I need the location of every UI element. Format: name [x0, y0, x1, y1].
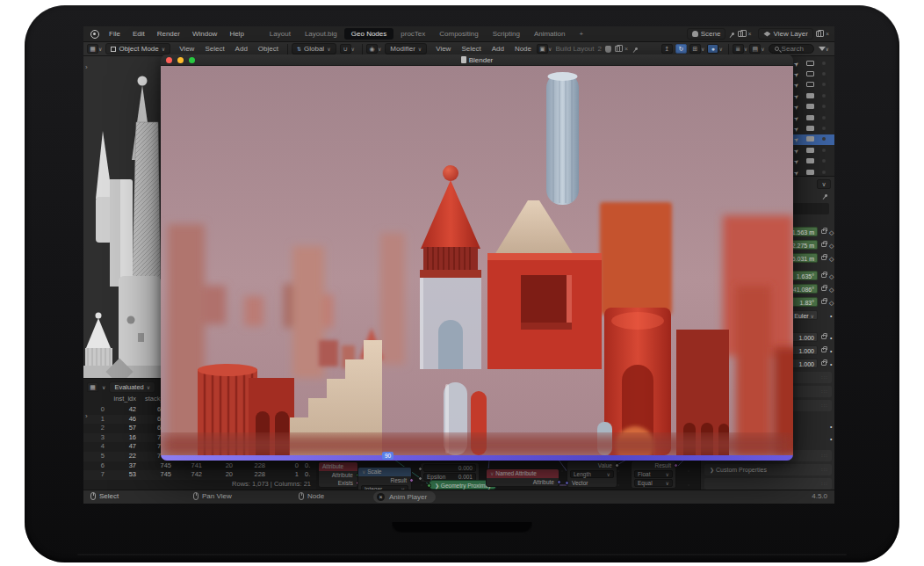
spreadsheet-expand-chevron[interactable]: › [85, 412, 88, 420]
viewport-visibility-icon[interactable] [806, 170, 814, 175]
node-group-pin-icon[interactable] [634, 47, 638, 50]
menu-file[interactable]: File [103, 30, 126, 38]
modifier-selector[interactable]: Modifier∨ [385, 43, 427, 54]
properties-filter-dropdown[interactable]: ∨ [817, 179, 831, 189]
column-header-inst-idx[interactable]: inst_idx [83, 395, 136, 403]
keyframe-icon[interactable]: ◇ [829, 253, 834, 265]
node-menu-select[interactable]: Select [456, 45, 486, 53]
scene-selector[interactable]: Scene [687, 28, 726, 40]
node-snapping-icon[interactable]: ⊞ [689, 44, 701, 54]
viewport-visibility-icon[interactable] [806, 82, 814, 87]
anim-player-button[interactable]: × Anim Player [373, 491, 436, 503]
parent-node-tree-icon[interactable]: ↥ [661, 44, 673, 54]
outliner-filter-icon[interactable] [819, 47, 826, 51]
lock-icon[interactable] [821, 335, 827, 339]
viewport-visibility-icon[interactable] [806, 148, 814, 153]
viewport-visibility-icon[interactable] [806, 104, 814, 109]
view-layer-selector[interactable]: View Layer [758, 28, 812, 40]
compare-type-dropdown[interactable]: Float∨ [634, 470, 673, 478]
node-scale[interactable]: ∨ Scale Result Integer∨ [357, 467, 412, 490]
selectable-toggle-icon[interactable]: ➤ [792, 70, 801, 79]
viewport-menu-select[interactable]: Select [199, 45, 229, 53]
node-menu-view[interactable]: View [430, 45, 456, 53]
playback-progress-bar[interactable] [161, 455, 793, 461]
socket-value-in[interactable] [418, 467, 422, 471]
custom-properties-panel[interactable]: ❯ Custom Properties::: [704, 464, 832, 475]
node-compare[interactable]: Result Float∨ Equal∨ [631, 461, 676, 489]
lock-icon[interactable] [821, 287, 827, 291]
selectable-toggle-icon[interactable]: ➤ [792, 147, 801, 156]
selectable-toggle-icon[interactable]: ➤ [792, 60, 801, 69]
workspace-tab-layout-big[interactable]: Layout.big [298, 28, 344, 40]
keyframe-icon[interactable]: ◇ [829, 297, 834, 308]
render-window-titlebar[interactable]: Blender [161, 54, 793, 66]
selectable-toggle-icon[interactable]: ➤ [792, 169, 801, 176]
menu-help[interactable]: Help [223, 30, 249, 38]
animate-dot[interactable]: • [830, 359, 832, 370]
workspace-tab-animation[interactable]: Animation [527, 28, 573, 40]
value-field[interactable]: 0.000 [423, 464, 476, 472]
node-named-attribute[interactable]: ∨ Named Attribute Attribute [486, 468, 559, 487]
lock-icon[interactable] [821, 361, 827, 366]
menu-window[interactable]: Window [186, 30, 223, 38]
overlay-sphere-icon[interactable]: ● [707, 44, 718, 54]
node-title[interactable]: Attribute [319, 462, 357, 471]
spreadsheet-editor-icon[interactable]: ▦ [87, 382, 98, 392]
properties-pin-icon[interactable] [824, 193, 827, 197]
workspace-tab-proctex[interactable]: procTex [393, 28, 432, 40]
lock-icon[interactable] [821, 348, 827, 352]
table-row[interactable]: 6377457412022800. [83, 461, 316, 471]
vector-math-operation-dropdown[interactable]: Length∨ [570, 470, 614, 478]
workspace-tab-geo-nodes[interactable]: Geo Nodes [344, 28, 393, 40]
viewport-visibility-icon[interactable] [806, 136, 814, 142]
current-frame-indicator[interactable]: 90 [382, 452, 393, 460]
menu-render[interactable]: Render [151, 30, 186, 38]
animate-dot[interactable]: • [830, 332, 832, 344]
viewport-visibility-icon[interactable] [806, 158, 814, 163]
node-group-copy-icon[interactable] [615, 46, 620, 52]
collapsed-panel[interactable]: ::: [704, 478, 832, 490]
socket-vector-in[interactable] [565, 481, 569, 485]
outliner-editor-icon[interactable]: ▤ [749, 44, 761, 54]
lock-icon[interactable] [821, 273, 827, 278]
socket-result[interactable] [409, 478, 414, 483]
animate-dot[interactable]: • [830, 345, 832, 357]
viewport-menu-add[interactable]: Add [230, 45, 253, 53]
render-window[interactable]: Blender [161, 54, 793, 461]
node-title[interactable]: ∨ Scale [358, 468, 411, 476]
fake-user-shield-icon[interactable] [605, 46, 611, 53]
keyframe-icon[interactable]: ◇ [829, 227, 834, 238]
viewport-menu-object[interactable]: Object [253, 45, 284, 53]
node-group-user-count[interactable]: 2 [597, 45, 601, 53]
outliner-search-input[interactable]: Search [769, 44, 814, 54]
node-group-unlink-icon[interactable]: × [624, 46, 628, 52]
selectable-toggle-icon[interactable]: ➤ [792, 157, 801, 166]
outliner-display-mode-icon[interactable]: ≣ [733, 44, 744, 54]
node-editor-type-icon[interactable]: ◉ [366, 44, 378, 54]
node-group-name[interactable]: Build Layout [555, 45, 594, 53]
workspace-tab-layout[interactable]: Layout [263, 28, 298, 40]
lock-icon[interactable] [821, 229, 827, 234]
node-attribute-left[interactable]: Attribute Attribute Exists [318, 461, 358, 488]
scene-unlink-icon[interactable]: × [747, 31, 751, 37]
node-group-icon[interactable]: ▣ [537, 44, 548, 54]
lock-icon[interactable] [821, 243, 827, 247]
table-row[interactable]: 7537457422022810. [83, 470, 316, 480]
lock-icon[interactable] [821, 256, 827, 260]
dataset-selector[interactable]: Evaluated∨ [109, 381, 155, 393]
selectable-toggle-icon[interactable]: ➤ [792, 81, 801, 90]
view-layer-remove-icon[interactable]: × [826, 31, 829, 37]
viewport-editor-type-icon[interactable]: ▦ [87, 44, 98, 54]
blender-logo-icon[interactable] [90, 30, 99, 39]
viewport-visibility-icon[interactable] [806, 93, 814, 98]
socket-epsilon-in[interactable] [418, 476, 422, 481]
node-vector-math[interactable]: Value Length∨ Vector [567, 461, 617, 488]
workspace-tab-scripting[interactable]: Scripting [486, 28, 527, 40]
view-layer-copy-icon[interactable] [816, 31, 821, 37]
keyframe-icon[interactable]: ◇ [829, 240, 834, 251]
animate-dot[interactable]: • [830, 436, 832, 442]
auto-refresh-icon[interactable]: ↻ [675, 44, 687, 54]
scene-copy-icon[interactable] [738, 31, 743, 37]
menu-edit[interactable]: Edit [126, 30, 151, 38]
viewport-visibility-icon[interactable] [806, 71, 814, 76]
